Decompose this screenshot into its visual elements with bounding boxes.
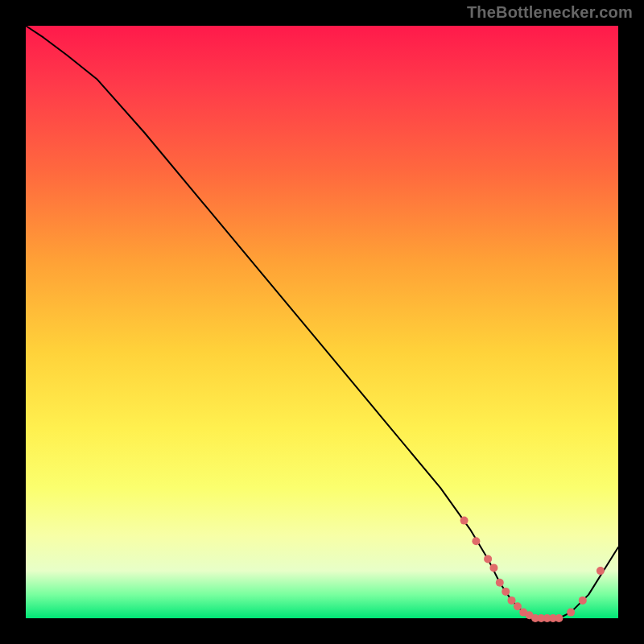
- marker-dot: [567, 609, 575, 617]
- marker-dot: [489, 564, 497, 572]
- watermark-text: TheBottlenecker.com: [467, 3, 633, 22]
- marker-dot: [579, 597, 587, 605]
- marker-dot: [484, 555, 492, 563]
- marker-dot: [460, 517, 469, 525]
- marker-dot: [496, 579, 504, 587]
- marker-dot: [597, 567, 605, 575]
- plot-overlay: [26, 26, 618, 618]
- marker-dot: [472, 537, 480, 545]
- plot-area: [26, 26, 618, 618]
- curve-line: [26, 26, 618, 618]
- marker-dot: [555, 614, 563, 622]
- marker-dot: [514, 602, 522, 610]
- marker-group: [460, 517, 605, 622]
- marker-dot: [508, 597, 516, 605]
- marker-dot: [502, 588, 510, 596]
- stage: TheBottlenecker.com: [0, 0, 644, 644]
